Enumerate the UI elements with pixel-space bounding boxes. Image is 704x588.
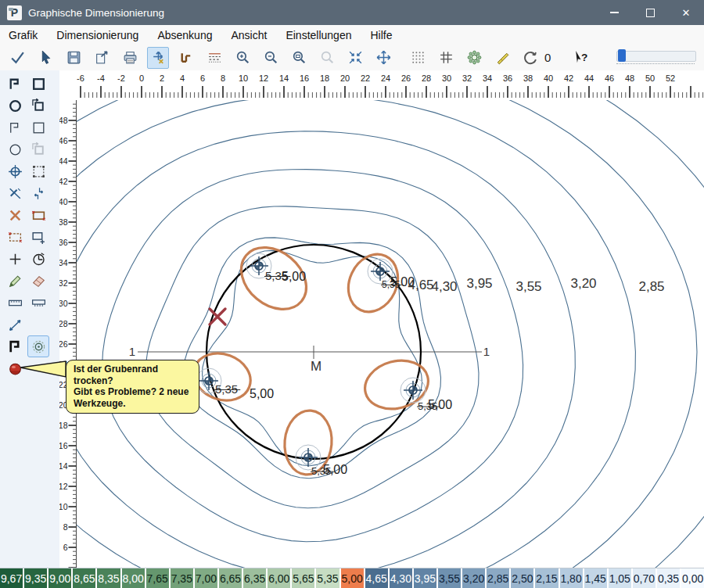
eraser-icon[interactable] <box>27 270 49 292</box>
hatch-rect-icon[interactable] <box>27 204 49 226</box>
hint-line-3: Werkzeuge. <box>74 398 192 410</box>
legend-cell-2,85[interactable]: 2,85 <box>487 568 511 588</box>
menu-item-einstellungen[interactable]: Einstellungen <box>276 25 361 45</box>
well-point-icon[interactable] <box>4 160 26 182</box>
inner-rect-icon[interactable] <box>27 117 49 138</box>
legend-cell-7,00[interactable]: 7,00 <box>195 568 219 588</box>
outer-circle-icon[interactable] <box>4 95 26 117</box>
legend-cell-3,20[interactable]: 3,20 <box>462 568 487 588</box>
legend-cell-4,30[interactable]: 4,30 <box>390 568 414 588</box>
legend-cell-1,45[interactable]: 1,45 <box>584 568 609 588</box>
select-cursor-icon[interactable] <box>34 47 56 69</box>
inner-circle-icon[interactable] <box>4 138 26 160</box>
bold-polyline-icon[interactable] <box>4 335 26 357</box>
legend-cell-0,35[interactable]: 0,35 <box>657 568 681 588</box>
minimize-button[interactable] <box>596 0 632 25</box>
legend-cell-1,05[interactable]: 1,05 <box>609 568 633 588</box>
grid-dots-icon[interactable] <box>407 47 429 69</box>
save-icon[interactable] <box>63 47 84 69</box>
pan-view-icon[interactable] <box>372 47 394 69</box>
clock-icon[interactable] <box>27 248 49 270</box>
legend-cell-9,35[interactable]: 9,35 <box>24 568 48 588</box>
align-dimensions-icon[interactable] <box>27 182 49 204</box>
svg-text:38: 38 <box>523 74 533 83</box>
legend-cell-7,65[interactable]: 7,65 <box>146 568 171 588</box>
legend-cell-5,65[interactable]: 5,65 <box>292 568 316 588</box>
menu-item-ansicht[interactable]: Ansicht <box>221 25 276 45</box>
tool-sidebar <box>0 70 59 568</box>
section-lines-icon[interactable] <box>203 47 225 69</box>
svg-text:48: 48 <box>625 74 634 83</box>
print-icon[interactable] <box>119 47 141 69</box>
ruler-icon[interactable] <box>4 292 26 314</box>
zoom-out-icon[interactable] <box>260 47 282 69</box>
wells-tool-icon[interactable] <box>27 335 49 357</box>
svg-text:0: 0 <box>139 74 144 83</box>
center-view-icon[interactable] <box>344 47 366 69</box>
legend-cell-2,15[interactable]: 2,15 <box>535 568 559 588</box>
legend-cell-4,65[interactable]: 4,65 <box>365 568 390 588</box>
zoom-slider-track[interactable] <box>616 51 696 62</box>
help-cursor-icon[interactable]: ? <box>569 47 591 69</box>
rotate-rect-disabled-icon[interactable] <box>27 138 49 160</box>
menu-item-dimensionierung[interactable]: Dimensionierung <box>47 25 148 45</box>
svg-text:10: 10 <box>239 74 248 83</box>
plus-icon[interactable] <box>4 248 26 270</box>
svg-text:34: 34 <box>483 74 492 83</box>
menu-item-absenkung[interactable]: Absenkung <box>148 25 221 45</box>
legend-cell-8,00[interactable]: 8,00 <box>122 568 146 588</box>
drawing-canvas[interactable]: 11M5,355,005,355,005,355,005,355,005,355… <box>77 100 704 568</box>
svg-text:18: 18 <box>59 421 68 430</box>
selection-rect-icon[interactable] <box>27 160 49 182</box>
legend-cell-6,35[interactable]: 6,35 <box>243 568 268 588</box>
pencil-icon[interactable] <box>4 270 26 292</box>
zoom-reset-icon[interactable] <box>316 47 338 69</box>
legend-cell-8,65[interactable]: 8,65 <box>73 568 97 588</box>
grid-lines-icon[interactable] <box>435 47 457 69</box>
svg-text:48: 48 <box>59 116 68 125</box>
hatch-rect-red-icon[interactable] <box>4 226 26 248</box>
final-outline-icon[interactable] <box>175 47 197 69</box>
menu-item-grafik[interactable]: Grafik <box>0 25 47 45</box>
legend-cell-5,00[interactable]: 5,00 <box>341 568 365 588</box>
legend-cell-3,55[interactable]: 3,55 <box>438 568 462 588</box>
add-rect-icon[interactable] <box>27 226 49 248</box>
svg-text:20: 20 <box>340 74 350 83</box>
rotate-icon[interactable] <box>519 47 541 69</box>
rotate-rect-icon[interactable] <box>27 95 49 117</box>
legend-cell-1,80[interactable]: 1,80 <box>560 568 584 588</box>
svg-text:24: 24 <box>381 74 390 83</box>
menu-item-hilfe[interactable]: Hilfe <box>361 25 401 45</box>
delete-cross-icon[interactable] <box>4 204 26 226</box>
legend-cell-6,00[interactable]: 6,00 <box>268 568 292 588</box>
legend-cell-7,35[interactable]: 7,35 <box>171 568 195 588</box>
legend-cell-9,00[interactable]: 9,00 <box>48 568 73 588</box>
svg-text:46: 46 <box>59 136 68 145</box>
legend-cell-6,65[interactable]: 6,65 <box>219 568 243 588</box>
apply-check-icon[interactable] <box>6 47 28 69</box>
inner-polyline-icon[interactable] <box>4 117 26 138</box>
move-point-icon[interactable] <box>147 47 169 69</box>
no-draw-icon[interactable] <box>4 182 26 204</box>
wells-generate-icon[interactable] <box>463 47 485 69</box>
ruler-ticks-icon[interactable] <box>27 292 49 314</box>
outer-rect-icon[interactable] <box>27 73 49 95</box>
close-button[interactable]: ✕ <box>668 0 704 25</box>
well-new-value: 5,00 <box>282 270 306 283</box>
legend-cell-0,70[interactable]: 0,70 <box>633 568 657 588</box>
legend-cell-9,67[interactable]: 9,67 <box>0 568 24 588</box>
maximize-button[interactable] <box>632 0 668 25</box>
zoom-slider-thumb[interactable] <box>618 49 626 62</box>
zoom-in-icon[interactable] <box>232 47 253 69</box>
key-icon[interactable] <box>491 47 513 69</box>
legend-cell-3,95[interactable]: 3,95 <box>414 568 438 588</box>
export-icon[interactable] <box>91 47 113 69</box>
outer-polyline-icon[interactable] <box>4 73 26 95</box>
legend-cell-8,35[interactable]: 8,35 <box>97 568 121 588</box>
legend-cell-0,00[interactable]: 0,00 <box>681 568 704 588</box>
zoom-slider[interactable] <box>616 49 696 65</box>
measure-diagonal-icon[interactable] <box>4 314 26 335</box>
legend-cell-2,50[interactable]: 2,50 <box>511 568 535 588</box>
legend-cell-5,35[interactable]: 5,35 <box>316 568 340 588</box>
zoom-window-icon[interactable] <box>288 47 310 69</box>
